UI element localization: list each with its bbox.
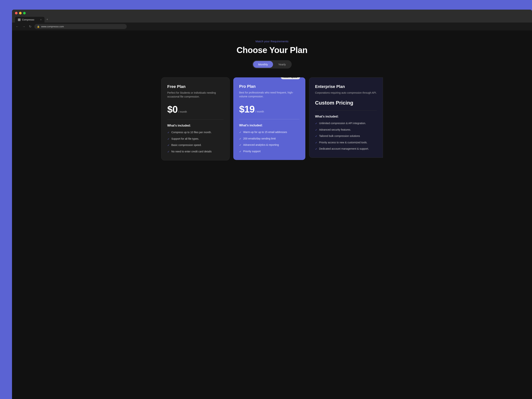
lock-icon: 🔒 xyxy=(37,25,40,28)
pro-plan-description: Best for professionals who need frequent… xyxy=(239,91,266,98)
free-plan-card: Free Plan Perfect for Students or indivi… xyxy=(161,77,230,160)
list-item: ✓ Support for all file types. xyxy=(167,137,223,141)
feature-text: Warm-up for up to 15 email addresses xyxy=(243,130,266,134)
tab-favicon xyxy=(18,19,20,21)
feature-text: Priority support xyxy=(243,150,261,153)
monthly-toggle[interactable]: Monthly xyxy=(253,61,266,68)
page-content: Match your Requirements Choose Your Plan… xyxy=(12,31,266,200)
pro-price-period: / month xyxy=(255,110,264,113)
list-item: ✓ Advanced analytics & reporting xyxy=(239,143,266,147)
feature-text: Compress up to 10 files per month. xyxy=(171,131,212,134)
tab-bar: Compresso × + xyxy=(15,16,266,23)
free-price-period: / month xyxy=(178,110,187,113)
list-item: ✓ Compress up to 10 files per month. xyxy=(167,131,223,134)
list-item: ✓ Basic compression speed. xyxy=(167,143,223,147)
refresh-button[interactable]: ↻ xyxy=(28,24,32,29)
check-icon: ✓ xyxy=(239,150,241,153)
free-plan-description: Perfect for Students or individuals need… xyxy=(167,91,223,99)
free-plan-name: Free Plan xyxy=(167,84,223,89)
pro-included-title: What's included: xyxy=(239,124,266,127)
back-button[interactable]: ← xyxy=(15,25,19,29)
traffic-lights xyxy=(15,12,266,14)
minimize-button[interactable] xyxy=(19,12,22,14)
free-price-amount: $0 xyxy=(167,104,178,115)
check-icon: ✓ xyxy=(167,137,170,141)
pro-plan-card: Most Popular Pro Plan Best for professio… xyxy=(233,77,266,160)
page-subtitle: Match your Requirements xyxy=(255,40,266,43)
address-bar-row: ← → ↻ 🔒 www.compresso.com xyxy=(12,23,266,31)
browser-window: Compresso × + ← → ↻ 🔒 www.compresso.com … xyxy=(12,10,266,200)
feature-text: 200 emails/day sending limit xyxy=(243,137,266,140)
check-icon: ✓ xyxy=(167,144,170,147)
list-item: ✓ Priority support xyxy=(239,150,266,153)
pro-features-list: ✓ Warm-up for up to 15 email addresses ✓… xyxy=(239,130,266,153)
check-icon: ✓ xyxy=(239,137,241,141)
tab-close-icon[interactable]: × xyxy=(40,19,42,21)
feature-text: Advanced analytics & reporting xyxy=(243,143,266,147)
close-button[interactable] xyxy=(15,12,18,14)
pro-plan-divider xyxy=(239,119,266,119)
browser-chrome: Compresso × + xyxy=(12,10,266,23)
maximize-button[interactable] xyxy=(23,12,26,14)
check-icon: ✓ xyxy=(167,131,170,134)
free-plan-divider xyxy=(167,119,223,120)
pro-plan-name: Pro Plan xyxy=(239,84,266,89)
plans-container: Free Plan Perfect for Students or indivi… xyxy=(161,77,266,160)
free-plan-price: $0 / month xyxy=(167,104,223,115)
check-icon: ✓ xyxy=(239,131,241,134)
pro-price-amount: $19 xyxy=(239,104,255,115)
page-title: Choose Your Plan xyxy=(237,45,266,55)
url-display: www.compresso.com xyxy=(41,25,64,28)
check-icon: ✓ xyxy=(167,150,170,154)
list-item: ✓ Warm-up for up to 15 email addresses xyxy=(239,130,266,134)
forward-button[interactable]: → xyxy=(22,25,26,29)
feature-text: Basic compression speed. xyxy=(171,143,202,147)
pro-plan-price: $19 / month xyxy=(239,104,266,115)
tab-title: Compresso xyxy=(22,18,34,21)
billing-toggle: Monthly Yearly xyxy=(252,60,266,69)
free-features-list: ✓ Compress up to 10 files per month. ✓ S… xyxy=(167,131,223,153)
address-bar[interactable]: 🔒 www.compresso.com xyxy=(34,24,127,29)
list-item: ✓ No need to enter credit card details xyxy=(167,150,223,154)
new-tab-button[interactable]: + xyxy=(44,16,50,23)
list-item: ✓ 200 emails/day sending limit xyxy=(239,137,266,141)
free-included-title: What's included: xyxy=(167,124,223,127)
feature-text: No need to enter credit card details xyxy=(171,150,212,153)
feature-text: Support for all file types. xyxy=(171,137,199,141)
browser-tab[interactable]: Compresso × xyxy=(15,17,44,23)
check-icon: ✓ xyxy=(239,143,241,147)
